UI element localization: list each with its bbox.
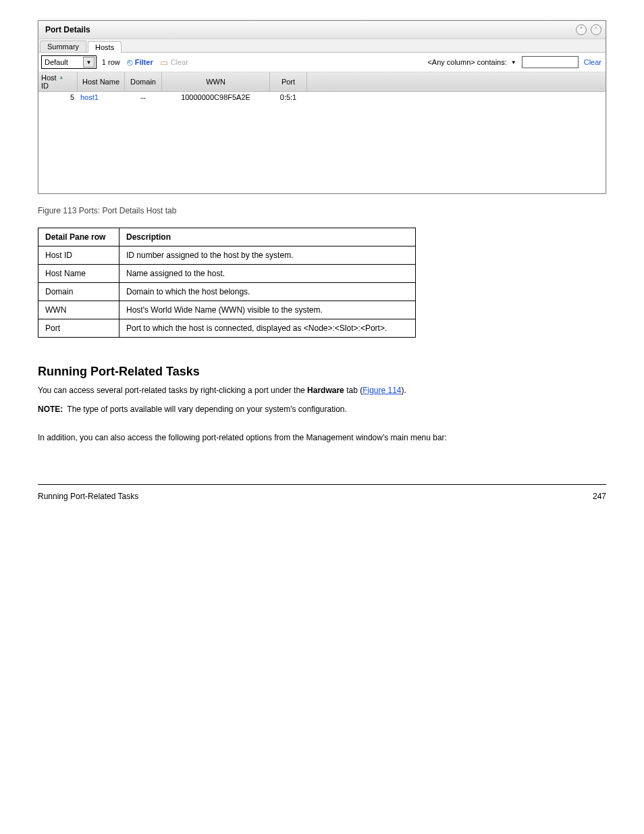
section-p1: You can access several port-related task… (38, 384, 606, 396)
chevron-down-icon: ▼ (83, 57, 95, 68)
filter-button[interactable]: ⎋ Filter (126, 57, 155, 67)
tab-row: Summary Hosts (38, 39, 606, 53)
cell-domain: -- (125, 92, 162, 103)
col-host-id[interactable]: Host ▲ ID (38, 72, 78, 91)
cell-host-name-link[interactable]: host1 (78, 92, 125, 103)
th-detail-pane-row: Detail Pane row (38, 228, 119, 246)
note-label: NOTE: (38, 405, 63, 414)
filter-button-label: Filter (135, 58, 153, 66)
dt-port-label: Port (38, 319, 119, 338)
figure-link[interactable]: Figure 114 (363, 386, 401, 395)
figure-caption: Figure 113 Ports: Port Details Host tab (38, 206, 606, 215)
sort-asc-icon: ▲ (59, 75, 64, 81)
col-wwn[interactable]: WWN (162, 72, 270, 91)
col-spacer (307, 72, 606, 91)
dt-wwn-desc: Host's World Wide Name (WWN) visible to … (119, 301, 416, 319)
dt-domain-label: Domain (38, 283, 119, 301)
filter-input[interactable] (522, 56, 579, 68)
view-dropdown-value: Default (45, 58, 68, 66)
tab-hosts[interactable]: Hosts (88, 41, 122, 53)
footer-page-number: 247 (593, 492, 606, 501)
collapse-down-icon[interactable]: ˇ (591, 24, 601, 35)
note-block: NOTE: The type of ports available will v… (38, 405, 606, 414)
dt-wwn-label: WWN (38, 301, 119, 319)
col-host-name[interactable]: Host Name (78, 72, 125, 91)
dt-domain-desc: Domain to which the host belongs. (119, 283, 416, 301)
table-row: Domain Domain to which the host belongs. (38, 283, 416, 301)
col-domain[interactable]: Domain (125, 72, 162, 91)
description-table: Detail Pane row Description Host ID ID n… (38, 228, 416, 338)
grid-header: Host ▲ ID Host Name Domain WWN Port (38, 72, 606, 92)
note-text: The type of ports available will vary de… (67, 405, 347, 414)
dt-hostname-label: Host Name (38, 265, 119, 283)
panel-title: Port Details (43, 22, 93, 37)
table-row: Host Name Name assigned to the host. (38, 265, 416, 283)
filter-icon: ⎋ (127, 57, 132, 67)
cell-host-id: 5 (38, 92, 78, 103)
table-row: Host ID ID number assigned to the host b… (38, 246, 416, 265)
col-port[interactable]: Port (270, 72, 307, 91)
section-p2: In addition, you can also access the fol… (38, 432, 606, 444)
clear-filter-button[interactable]: ▭ Clear (159, 58, 190, 67)
chevron-down-icon[interactable]: ▼ (510, 59, 518, 66)
cell-port: 0:5:1 (270, 92, 307, 103)
col-host-id-l2: ID (41, 82, 49, 90)
grid-toolbar: Default ▼ 1 row ⎋ Filter ▭ Clear <Any co… (38, 53, 606, 72)
clear-filter-label: Clear (171, 58, 188, 66)
footer-title: Running Port-Related Tasks (38, 492, 138, 501)
table-row[interactable]: 5 host1 -- 10000000C98F5A2E 0:5:1 (38, 92, 606, 103)
collapse-up-icon[interactable]: ˆ (576, 24, 587, 35)
anycolumn-filter: <Any column> contains: ▼ (427, 58, 517, 66)
dt-hostid-label: Host ID (38, 246, 119, 265)
footer-divider (38, 484, 606, 485)
dt-port-desc: Port to which the host is connected, dis… (119, 319, 416, 338)
row-count-label: 1 row (101, 58, 122, 66)
col-host-id-l1: Host (41, 74, 57, 82)
table-row: WWN Host's World Wide Name (WWN) visible… (38, 301, 416, 319)
section-heading: Running Port-Related Tasks (38, 365, 606, 379)
clear-filter-icon: ▭ (160, 58, 168, 67)
dt-hostid-desc: ID number assigned to the host by the sy… (119, 246, 416, 265)
tab-summary[interactable]: Summary (40, 41, 86, 52)
panel-titlebar: Port Details ˆ ˇ (38, 21, 606, 39)
view-dropdown[interactable]: Default ▼ (41, 55, 97, 69)
clear-link[interactable]: Clear (583, 58, 603, 66)
th-description: Description (119, 228, 416, 246)
page-footer: Running Port-Related Tasks 247 (38, 489, 606, 501)
cell-wwn: 10000000C98F5A2E (162, 92, 270, 103)
table-row: Port Port to which the host is connected… (38, 319, 416, 338)
dt-hostname-desc: Name assigned to the host. (119, 265, 416, 283)
port-details-panel: Port Details ˆ ˇ Summary Hosts Default ▼… (38, 20, 606, 194)
anycolumn-label: <Any column> contains: (427, 58, 506, 66)
grid-body: 5 host1 -- 10000000C98F5A2E 0:5:1 (38, 92, 606, 193)
